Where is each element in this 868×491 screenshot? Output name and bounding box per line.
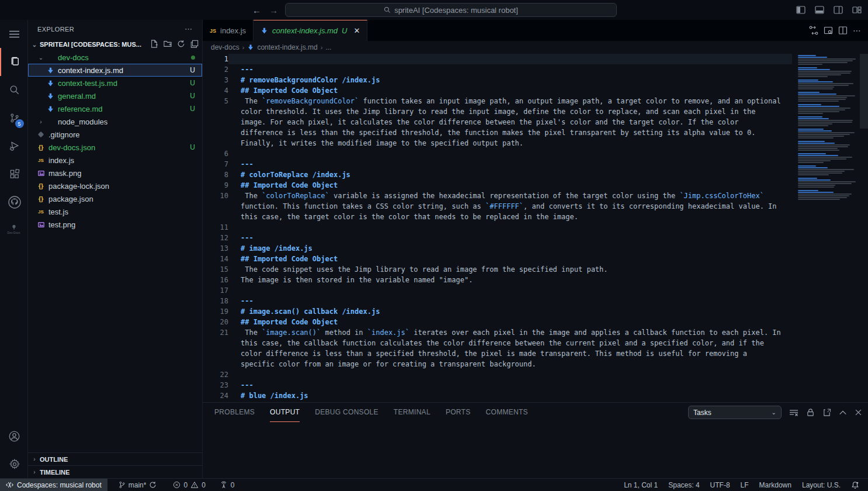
code-line[interactable]: 5 The `removeBackgroundColor` function t… <box>203 96 792 106</box>
notifications-bell-icon[interactable] <box>846 479 864 491</box>
file-tree-item-general-md[interactable]: general.mdU <box>28 89 202 102</box>
new-file-icon[interactable] <box>150 40 158 49</box>
code-line[interactable]: 13# image /index.js <box>203 243 792 254</box>
eol-sequence[interactable]: LF <box>735 479 754 491</box>
code-line[interactable]: specific color from an image or for crea… <box>203 359 792 369</box>
timeline-section[interactable]: ›TIMELINE <box>28 465 202 478</box>
code-line[interactable]: color threshold. It uses the Jimp librar… <box>203 106 792 117</box>
workspace-section-header[interactable]: ⌄ SPRITEAI [CODESPACES: MUS... <box>28 38 202 51</box>
code-line[interactable]: 10 The `colorToReplace` variable is assi… <box>203 191 792 201</box>
close-panel-icon[interactable] <box>855 409 862 416</box>
file-tree-item--gitignore[interactable]: .gitignore <box>28 128 202 141</box>
collapse-all-icon[interactable] <box>190 40 199 49</box>
problems-status[interactable]: 0 0 <box>169 479 209 491</box>
clear-output-icon[interactable] <box>789 408 798 417</box>
toggle-panel-icon[interactable] <box>813 4 826 16</box>
file-tree-item-context-test-js-md[interactable]: context-test.js.mdU <box>28 77 202 89</box>
panel-tab-problems[interactable]: PROBLEMS <box>214 403 255 422</box>
code-line[interactable]: 18--- <box>203 296 792 306</box>
file-tree-item-context-index-js-md[interactable]: context-index.js.mdU <box>28 64 202 77</box>
new-folder-icon[interactable] <box>164 40 172 49</box>
file-tree-item-dev-docs-json[interactable]: {}dev-docs.jsonU <box>28 141 202 154</box>
github-icon[interactable] <box>0 188 28 216</box>
file-tree-item-package-json[interactable]: {}package.json <box>28 192 202 205</box>
code-line[interactable]: 22 <box>203 369 792 380</box>
code-line[interactable]: 24# blue /index.js <box>203 390 792 401</box>
code-content[interactable]: 12---3# removeBackgroundColor /index.js4… <box>203 54 792 402</box>
code-line[interactable]: 1 <box>203 54 792 64</box>
code-line[interactable]: 8# colorToReplace /index.js <box>203 170 792 180</box>
output-panel-body[interactable] <box>203 422 868 478</box>
minimap[interactable] <box>798 55 859 202</box>
devdocs-extension-icon[interactable]: Dev-Docs <box>0 216 28 242</box>
code-line[interactable]: 20## Imported Code Object <box>203 317 792 327</box>
open-changes-icon[interactable] <box>809 26 818 35</box>
code-line[interactable]: 7--- <box>203 159 792 170</box>
code-line[interactable]: 15 The code snippet uses the Jimp librar… <box>203 264 792 275</box>
toggle-secondary-sidebar-icon[interactable] <box>832 4 845 16</box>
split-editor-icon[interactable] <box>838 26 848 35</box>
file-tree-item-dev-docs[interactable]: ⌄dev-docs <box>28 51 202 64</box>
toggle-sidebar-icon[interactable] <box>794 4 807 16</box>
breadcrumb-file[interactable]: context-index.js.md <box>257 43 317 51</box>
panel-tab-comments[interactable]: COMMENTS <box>486 403 528 422</box>
panel-tab-debug-console[interactable]: DEBUG CONSOLE <box>315 403 379 422</box>
code-line[interactable]: 6 <box>203 148 792 159</box>
editor[interactable]: 12---3# removeBackgroundColor /index.js4… <box>203 54 868 402</box>
breadcrumb-symbol[interactable]: ... <box>325 43 331 51</box>
language-mode[interactable]: Markdown <box>754 479 797 491</box>
code-line[interactable]: 16The image is then stored in the variab… <box>203 275 792 285</box>
code-line[interactable]: difference is less than the specified th… <box>203 127 792 138</box>
cursor-position[interactable]: Ln 1, Col 1 <box>619 479 663 491</box>
panel-tab-terminal[interactable]: TERMINAL <box>394 403 430 422</box>
editor-scrollbar[interactable] <box>860 54 868 129</box>
account-icon[interactable] <box>0 422 28 450</box>
file-tree-item-test-png[interactable]: test.png <box>28 218 202 231</box>
indentation[interactable]: Spaces: 4 <box>663 479 704 491</box>
code-line[interactable]: 14## Imported Code Object <box>203 254 792 264</box>
code-line[interactable]: 21 The `image.scan()` method in `index.j… <box>203 327 792 338</box>
tab-index-js[interactable]: JS index.js <box>203 20 254 41</box>
panel-tab-ports[interactable]: PORTS <box>446 403 471 422</box>
code-line[interactable]: color difference is less than a specifie… <box>203 348 792 359</box>
command-center-search[interactable]: spriteAI [Codespaces: musical robot] <box>285 3 617 17</box>
source-control-icon[interactable]: 5 <box>0 104 28 132</box>
file-tree-item-package-lock-json[interactable]: {}package-lock.json <box>28 179 202 192</box>
open-preview-icon[interactable] <box>824 26 833 35</box>
file-tree-item-index-js[interactable]: JSindex.js <box>28 154 202 167</box>
back-icon[interactable]: ← <box>252 5 261 15</box>
tab-context-index-md[interactable]: context-index.js.md U ✕ <box>254 20 367 41</box>
forward-icon[interactable]: → <box>269 5 278 15</box>
code-line[interactable]: this case, the target color is the color… <box>203 212 792 222</box>
lock-scroll-icon[interactable] <box>806 408 815 417</box>
git-branch-status[interactable]: main* <box>114 479 161 491</box>
explorer-icon[interactable] <box>0 48 28 76</box>
panel-tab-output[interactable]: OUTPUT <box>270 403 300 422</box>
file-tree-item-mask-png[interactable]: mask.png <box>28 167 202 179</box>
code-line[interactable]: 2--- <box>203 64 792 75</box>
extensions-icon[interactable] <box>0 160 28 188</box>
encoding[interactable]: UTF-8 <box>705 479 735 491</box>
settings-gear-icon[interactable] <box>0 450 28 478</box>
explorer-more-actions-icon[interactable]: ⋯ <box>185 25 193 33</box>
keyboard-layout[interactable]: Layout: U.S. <box>797 479 846 491</box>
menu-icon[interactable] <box>0 20 28 48</box>
maximize-panel-icon[interactable] <box>839 409 847 417</box>
more-actions-icon[interactable]: ⋯ <box>853 26 861 35</box>
code-line[interactable]: 19# image.scan() callback /index.js <box>203 306 792 317</box>
code-line[interactable]: 9## Imported Code Object <box>203 180 792 191</box>
code-line[interactable]: 4## Imported Code Object <box>203 85 792 96</box>
file-tree-item-reference-md[interactable]: reference.mdU <box>28 102 202 115</box>
open-output-in-editor-icon[interactable] <box>822 408 831 417</box>
file-tree-item-node-modules[interactable]: ›node_modules <box>28 115 202 128</box>
remote-indicator[interactable]: Codespaces: musical robot <box>0 479 107 491</box>
ports-status[interactable]: 0 <box>216 479 239 491</box>
search-sidebar-icon[interactable] <box>0 76 28 104</box>
customize-layout-icon[interactable] <box>850 4 863 16</box>
outline-section[interactable]: ›OUTLINE <box>28 452 202 465</box>
code-line[interactable]: function. This function takes a CSS colo… <box>203 201 792 212</box>
code-line[interactable]: image. For each pixel, it calculates the… <box>203 117 792 127</box>
breadcrumb-folder[interactable]: dev-docs <box>211 43 239 51</box>
code-line[interactable]: 3# removeBackgroundColor /index.js <box>203 75 792 85</box>
file-tree-item-test-js[interactable]: JStest.js <box>28 205 202 218</box>
